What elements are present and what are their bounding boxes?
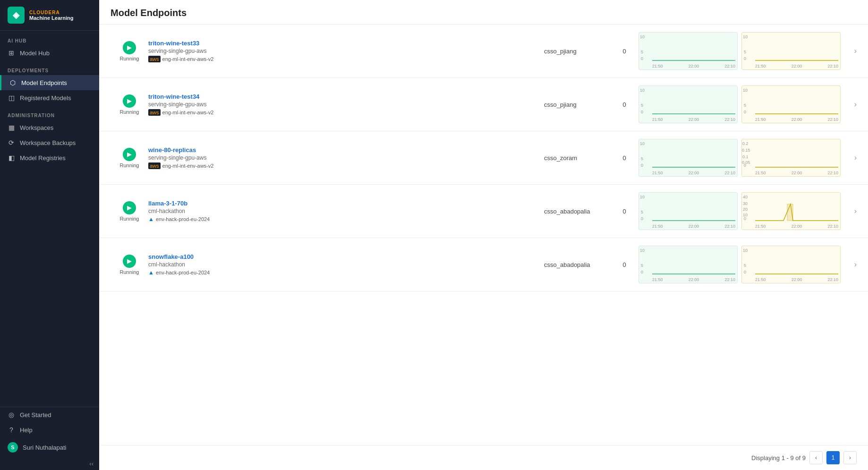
replicas-cell: 0 [610,48,638,55]
prev-page-button[interactable]: ‹ [809,451,823,464]
sidebar: ◈ CLOUDERA Machine Learning AI HUB ⊞ Mod… [0,0,99,470]
status-running-icon: ▶ [123,201,136,214]
product-name: Machine Learning [29,15,74,21]
status-label: Running [120,269,139,275]
page-title: Model Endpoints [111,8,857,18]
table-row[interactable]: ▶ Running wine-80-replicas serving-singl… [99,131,868,185]
env-name: eng-ml-int-env-aws-v2 [162,56,214,62]
section-administration: ADMINISTRATION ▦ Workspaces ⟳ Workspace … [0,105,99,165]
user-cell: csso_pjiang [544,101,610,108]
sidebar-item-label: Get Started [20,411,51,419]
table-row[interactable]: ▶ Running triton-wine-test33 serving-sin… [99,25,868,78]
sidebar-item-registered-models[interactable]: ◫ Registered Models [0,90,99,105]
table-row[interactable]: ▶ Running snowflake-a100 cml-hackathon ▲… [99,238,868,291]
yellow-chart: 10 5 0 21:50 22:00 22:10 [741,32,841,70]
y-axis-zero: 0 [744,56,746,61]
sidebar-item-label: Model Hub [20,50,50,57]
row-arrow[interactable]: › [842,260,857,269]
svg-rect-0 [787,204,793,221]
y-axis-mid: 5 [641,50,643,54]
user-cell: csso_zoram [544,154,610,162]
chart-svg [652,248,735,274]
endpoint-info: triton-wine-test34 serving-single-gpu-aw… [148,93,544,116]
pagination-bar: Displaying 1 - 9 of 9 ‹ 1 › [99,445,868,470]
sidebar-bottom: ◎ Get Started ? Help S Suri Nuthalapati … [0,407,99,470]
x-axis-labels: 21:50 22:00 22:10 [652,117,735,122]
chart-svg [755,141,838,168]
user-profile[interactable]: S Suri Nuthalapati [0,437,99,457]
model-deployment: serving-single-gpu-aws [148,154,544,161]
model-deployment: cml-hackathon [148,208,544,214]
env-name: eng-ml-int-env-aws-v2 [162,163,214,169]
status-cell: ▶ Running [111,148,148,168]
chart-svg [755,195,838,221]
green-chart: 10 5 0 21:50 22:00 22:10 [638,192,738,230]
collapse-icon: ‹‹ [89,460,94,467]
model-name-link[interactable]: triton-wine-test34 [148,93,199,100]
green-chart: 10 5 0 21:50 22:00 22:10 [638,85,738,123]
sidebar-item-workspace-backups[interactable]: ⟳ Workspace Backups [0,135,99,150]
user-cell: csso_pjiang [544,48,610,55]
y-axis-max: 10 [640,34,645,39]
status-running-icon: ▶ [123,41,136,54]
chart-svg [755,88,838,114]
section-deployments: DEPLOYMENTS ⬡ Model Endpoints ◫ Register… [0,60,99,105]
logo-icon: ◈ [8,7,25,24]
get-started-icon: ◎ [8,411,15,419]
sidebar-item-model-registries[interactable]: ◧ Model Registries [0,150,99,165]
azure-icon: ▲ [148,216,154,222]
logo: ◈ CLOUDERA Machine Learning [0,0,99,31]
y-axis-mid: 5 [744,50,746,54]
model-registries-icon: ◧ [8,154,15,162]
user-name: Suri Nuthalapati [23,444,67,451]
chart-svg [652,34,735,61]
page-header: Model Endpoints [99,0,868,25]
next-page-button[interactable]: › [843,451,857,464]
status-label: Running [120,109,139,115]
registered-models-icon: ◫ [8,94,15,102]
user-cell: csso_abadopalia [544,208,610,215]
sidebar-item-label: Model Endpoints [21,79,67,86]
status-label: Running [120,162,139,168]
status-running-icon: ▶ [123,255,136,268]
endpoint-info: triton-wine-test33 serving-single-gpu-aw… [148,40,544,62]
help-icon: ? [8,426,15,434]
section-label-deployments: DEPLOYMENTS [0,60,99,75]
yellow-chart: 10 5 0 21:50 22:00 22:10 [741,85,841,123]
endpoint-info: llama-3-1-70b cml-hackathon ▲ env-hack-p… [148,200,544,222]
sidebar-item-model-endpoints[interactable]: ⬡ Model Endpoints [0,75,99,90]
row-arrow[interactable]: › [842,100,857,109]
env-badge: aws eng-ml-int-env-aws-v2 [148,109,213,116]
collapse-sidebar-button[interactable]: ‹‹ [0,457,99,470]
status-cell: ▶ Running [111,255,148,275]
model-deployment: cml-hackathon [148,261,544,268]
replicas-cell: 0 [610,154,638,162]
table-row[interactable]: ▶ Running triton-wine-test34 serving-sin… [99,78,868,131]
page-number-button[interactable]: 1 [826,451,840,464]
sidebar-item-label: Workspace Backups [20,139,76,146]
model-name-link[interactable]: triton-wine-test33 [148,40,199,47]
sidebar-item-model-hub[interactable]: ⊞ Model Hub [0,45,99,60]
env-badge: ▲ env-hack-prod-eu-2024 [148,269,210,276]
row-arrow[interactable]: › [842,207,857,215]
y-axis-max: 10 [743,34,748,39]
row-arrow[interactable]: › [842,47,857,55]
sidebar-item-workspaces[interactable]: ▦ Workspaces [0,120,99,135]
sidebar-item-get-started[interactable]: ◎ Get Started [0,407,99,422]
model-hub-icon: ⊞ [8,49,15,57]
section-label-administration: ADMINISTRATION [0,105,99,120]
row-arrow[interactable]: › [842,154,857,162]
azure-icon: ▲ [148,269,154,276]
table-row[interactable]: ▶ Running llama-3-1-70b cml-hackathon ▲ … [99,185,868,238]
model-name-link[interactable]: llama-3-1-70b [148,200,187,207]
section-ai-hub: AI HUB ⊞ Model Hub [0,31,99,60]
sidebar-item-help[interactable]: ? Help [0,422,99,437]
model-name-link[interactable]: wine-80-replicas [148,146,196,154]
model-deployment: serving-single-gpu-aws [148,101,544,108]
status-running-icon: ▶ [123,94,136,108]
model-name-link[interactable]: snowflake-a100 [148,253,194,260]
model-endpoints-icon: ⬡ [9,79,17,86]
status-label: Running [120,216,139,222]
brand-name: CLOUDERA [29,10,74,15]
sidebar-item-label: Model Registries [20,154,66,162]
